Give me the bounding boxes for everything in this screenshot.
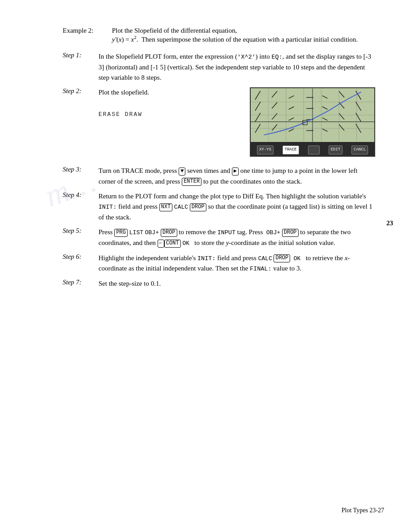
toolbar-edit[interactable]: EDIT bbox=[329, 146, 343, 154]
key-drop3: DROP bbox=[282, 229, 299, 237]
step-7-block: Step 7: Set the step-size to 0.1. bbox=[63, 279, 375, 289]
step-5-block: Step 5: Press PRG LIST OBJ+ DROP to remo… bbox=[63, 227, 375, 248]
step-4-label: Step 4: bbox=[63, 191, 98, 223]
example-content: Plot the Slopefield of the differential … bbox=[112, 27, 375, 43]
key-left: ← bbox=[158, 240, 164, 248]
step-1-content: In the Slopefield PLOT form, enter the e… bbox=[98, 51, 375, 83]
example-label-text: Example 2: bbox=[63, 27, 94, 34]
calc-toolbar: XY-YS TRACE EDIT CANCL bbox=[251, 142, 374, 157]
footer: Plot Types 23-27 bbox=[342, 507, 384, 514]
key-nxt: NXT bbox=[159, 203, 173, 211]
step-7-content: Set the step-size to 0.1. bbox=[98, 279, 375, 289]
slopefield-svg bbox=[251, 88, 374, 142]
step-6-label: Step 6: bbox=[63, 253, 98, 275]
step-6-block: Step 6: Highlight the independent variab… bbox=[63, 253, 375, 275]
key-enter: ENTER bbox=[182, 178, 201, 186]
step-2-text: Plot the slopefield. ERASE DRAW bbox=[98, 87, 239, 122]
step-3-label: Step 3: bbox=[63, 166, 98, 187]
step-7-label: Step 7: bbox=[63, 279, 98, 289]
toolbar-spacer bbox=[308, 146, 320, 154]
key-right: ▶ bbox=[232, 167, 239, 176]
step-3-content: Turn on TRACE mode, press ▼ seven times … bbox=[98, 166, 375, 187]
example-equation: y′(x) = x2. Then superimpose the solutio… bbox=[112, 34, 375, 43]
step-3-block: Step 3: Turn on TRACE mode, press ▼ seve… bbox=[63, 166, 375, 187]
calc-screen-container: XY-YS TRACE EDIT CANCL bbox=[250, 87, 375, 157]
example-continuation: Then superimpose the solution of the equ… bbox=[141, 36, 358, 43]
step-2-block: Step 2: Plot the slopefield. ERASE DRAW bbox=[63, 87, 375, 161]
toolbar-cancl[interactable]: CANCL bbox=[351, 146, 368, 154]
step-5-content: Press PRG LIST OBJ+ DROP to remove the I… bbox=[98, 227, 375, 248]
page-number-right: 23 bbox=[386, 219, 393, 227]
key-drop2: DROP bbox=[161, 229, 177, 237]
footer-text: Plot Types 23-27 bbox=[342, 507, 384, 514]
key-prg: PRG bbox=[114, 229, 128, 237]
calc-screen-inner bbox=[251, 88, 374, 142]
example-title: Plot the Slopefield of the differential … bbox=[112, 27, 375, 34]
step-5-label: Step 5: bbox=[63, 227, 98, 248]
step-4-content: Return to the PLOT form and change the p… bbox=[98, 191, 375, 223]
calc-screen: XY-YS TRACE EDIT CANCL bbox=[250, 87, 375, 157]
key-drop4: DROP bbox=[274, 254, 290, 262]
step-2-content: Plot the slopefield. ERASE DRAW bbox=[98, 87, 375, 161]
page: m… Example 2: Plot the Slopefield of the… bbox=[0, 0, 411, 532]
step-2-label: Step 2: bbox=[63, 87, 98, 161]
step-1-label: Step 1: bbox=[63, 51, 98, 83]
toolbar-xy[interactable]: XY-YS bbox=[257, 146, 274, 154]
example-block: Example 2: Plot the Slopefield of the di… bbox=[63, 27, 375, 43]
key-cont: CONT bbox=[164, 240, 181, 248]
step-6-content: Highlight the independent variable's INI… bbox=[98, 253, 375, 275]
toolbar-trace[interactable]: TRACE bbox=[283, 146, 299, 154]
step-4-block: Step 4: Return to the PLOT form and chan… bbox=[63, 191, 375, 223]
example-label: Example 2: bbox=[63, 27, 112, 43]
erase-draw-label: ERASE DRAW bbox=[98, 110, 239, 119]
key-drop: DROP bbox=[190, 203, 206, 211]
key-down: ▼ bbox=[179, 167, 185, 176]
step-1-block: Step 1: In the Slopefield PLOT form, ent… bbox=[63, 51, 375, 83]
